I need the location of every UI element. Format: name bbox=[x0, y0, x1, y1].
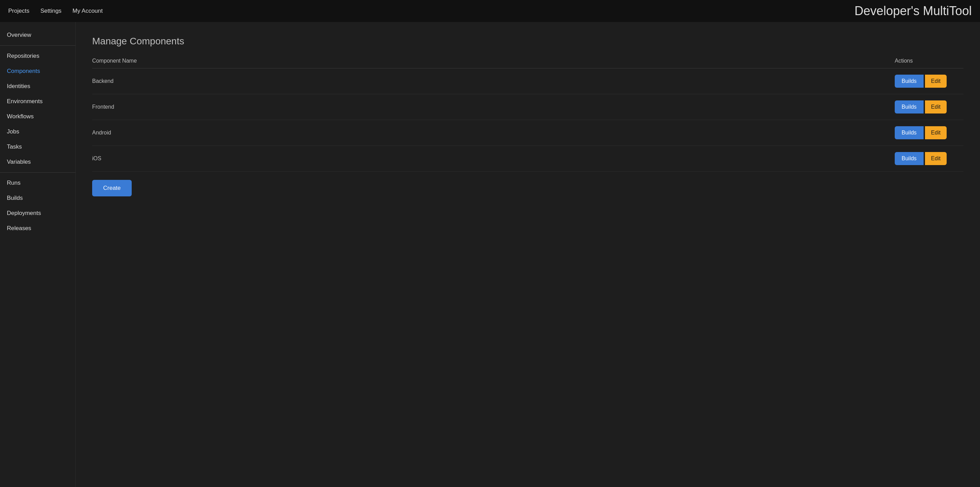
sidebar-item-tasks[interactable]: Tasks bbox=[0, 139, 75, 154]
sidebar: Overview Repositories Components Identit… bbox=[0, 22, 76, 487]
topbar-nav: Projects Settings My Account bbox=[8, 8, 103, 14]
component-name-android: Android bbox=[92, 130, 895, 136]
nav-projects[interactable]: Projects bbox=[8, 8, 29, 14]
builds-button-android[interactable]: Builds bbox=[895, 126, 924, 139]
table-row: iOS Builds Edit bbox=[92, 146, 964, 172]
nav-my-account[interactable]: My Account bbox=[73, 8, 103, 14]
sidebar-item-components[interactable]: Components bbox=[0, 64, 75, 79]
sidebar-item-identities[interactable]: Identities bbox=[0, 79, 75, 94]
row-actions-android: Builds Edit bbox=[895, 126, 964, 139]
page-title: Manage Components bbox=[92, 36, 964, 47]
builds-button-ios[interactable]: Builds bbox=[895, 152, 924, 165]
col-header-name: Component Name bbox=[92, 58, 895, 64]
sidebar-item-variables[interactable]: Variables bbox=[0, 154, 75, 170]
row-actions-backend: Builds Edit bbox=[895, 75, 964, 88]
main-layout: Overview Repositories Components Identit… bbox=[0, 22, 980, 487]
sidebar-item-builds[interactable]: Builds bbox=[0, 191, 75, 206]
table-row: Android Builds Edit bbox=[92, 120, 964, 146]
nav-settings[interactable]: Settings bbox=[40, 8, 61, 14]
edit-button-frontend[interactable]: Edit bbox=[925, 100, 947, 113]
sidebar-item-runs[interactable]: Runs bbox=[0, 175, 75, 191]
create-button[interactable]: Create bbox=[92, 180, 132, 196]
sidebar-divider-2 bbox=[0, 172, 75, 173]
edit-button-ios[interactable]: Edit bbox=[925, 152, 947, 165]
builds-button-frontend[interactable]: Builds bbox=[895, 100, 924, 113]
row-actions-ios: Builds Edit bbox=[895, 152, 964, 165]
sidebar-item-environments[interactable]: Environments bbox=[0, 94, 75, 109]
sidebar-item-jobs[interactable]: Jobs bbox=[0, 124, 75, 139]
table-row: Frontend Builds Edit bbox=[92, 94, 964, 120]
sidebar-item-deployments[interactable]: Deployments bbox=[0, 206, 75, 221]
topbar: Projects Settings My Account Developer's… bbox=[0, 0, 980, 22]
main-content: Manage Components Component Name Actions… bbox=[76, 22, 980, 487]
component-name-ios: iOS bbox=[92, 156, 895, 162]
sidebar-item-repositories[interactable]: Repositories bbox=[0, 48, 75, 64]
edit-button-backend[interactable]: Edit bbox=[925, 75, 947, 88]
row-actions-frontend: Builds Edit bbox=[895, 100, 964, 113]
component-name-frontend: Frontend bbox=[92, 104, 895, 110]
sidebar-item-workflows[interactable]: Workflows bbox=[0, 109, 75, 124]
sidebar-item-releases[interactable]: Releases bbox=[0, 221, 75, 236]
builds-button-backend[interactable]: Builds bbox=[895, 75, 924, 88]
sidebar-divider-1 bbox=[0, 45, 75, 46]
table-row: Backend Builds Edit bbox=[92, 68, 964, 94]
component-name-backend: Backend bbox=[92, 78, 895, 84]
app-title: Developer's MultiTool bbox=[854, 4, 972, 18]
sidebar-item-overview[interactable]: Overview bbox=[0, 27, 75, 43]
edit-button-android[interactable]: Edit bbox=[925, 126, 947, 139]
col-header-actions: Actions bbox=[895, 58, 964, 64]
table-header: Component Name Actions bbox=[92, 58, 964, 68]
